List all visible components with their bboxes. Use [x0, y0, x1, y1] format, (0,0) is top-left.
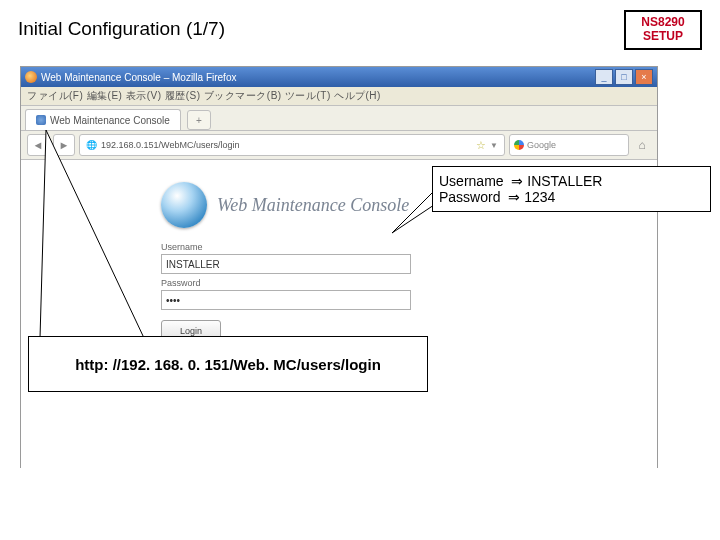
globe-icon: [161, 182, 207, 228]
new-tab-button[interactable]: +: [187, 110, 211, 130]
setup-badge: NS8290 SETUP: [624, 10, 702, 50]
badge-line2: SETUP: [643, 30, 683, 44]
url-pointer: [40, 130, 150, 340]
cred-pass-val: 1234: [520, 189, 555, 205]
badge-line1: NS8290: [641, 16, 684, 30]
password-input[interactable]: ••••: [161, 290, 411, 310]
minimize-button[interactable]: _: [595, 69, 613, 85]
username-input[interactable]: INSTALLER: [161, 254, 411, 274]
bookmark-star-icon[interactable]: ☆: [476, 139, 486, 152]
cred-user-key: Username ⇒: [439, 173, 523, 189]
firefox-icon: [25, 71, 37, 83]
tab-favicon-icon: [36, 115, 46, 125]
google-icon: [514, 140, 524, 150]
browser-tab[interactable]: Web Maintenance Console: [25, 109, 181, 130]
cred-pass-key: Password ⇒: [439, 189, 520, 205]
maximize-button[interactable]: □: [615, 69, 633, 85]
url-dropdown-icon[interactable]: ▼: [490, 141, 498, 150]
window-titlebar: Web Maintenance Console – Mozilla Firefo…: [21, 67, 657, 87]
url-text: 192.168.0.151/WebMC/users/login: [101, 140, 472, 150]
url-callout: http: //192. 168. 0. 151/Web. MC/users/l…: [28, 336, 428, 392]
tab-label: Web Maintenance Console: [50, 115, 170, 126]
close-button[interactable]: ×: [635, 69, 653, 85]
home-button[interactable]: ⌂: [633, 136, 651, 154]
username-value: INSTALLER: [166, 259, 220, 270]
tab-strip: Web Maintenance Console +: [21, 106, 657, 131]
username-label: Username: [161, 242, 521, 252]
password-value: ••••: [166, 295, 180, 306]
search-placeholder: Google: [527, 140, 556, 150]
svg-marker-1: [40, 130, 144, 338]
search-box[interactable]: Google: [509, 134, 629, 156]
password-label: Password: [161, 278, 521, 288]
credentials-callout: Username ⇒ INSTALLER Password ⇒ 1234: [432, 166, 711, 212]
url-callout-text: http: //192. 168. 0. 151/Web. MC/users/l…: [75, 356, 381, 373]
menu-bar[interactable]: ファイル(F) 編集(E) 表示(V) 履歴(S) ブックマーク(B) ツール(…: [21, 87, 657, 106]
brand-title: Web Maintenance Console: [217, 195, 409, 216]
slide-title: Initial Configuration (1/7): [18, 18, 225, 40]
slide: Initial Configuration (1/7) NS8290 SETUP…: [0, 0, 720, 540]
window-title: Web Maintenance Console – Mozilla Firefo…: [41, 72, 593, 83]
cred-user-val: INSTALLER: [523, 173, 602, 189]
